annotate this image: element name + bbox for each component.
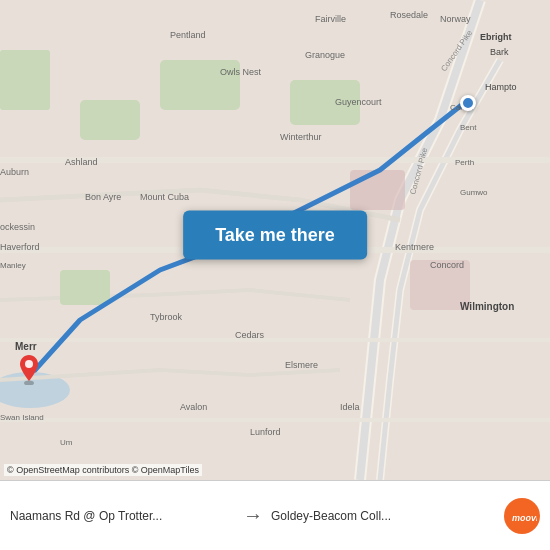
route-dest-text: Goldey-Beacom Coll... [271,509,496,523]
take-me-there-button[interactable]: Take me there [183,211,367,260]
app: Rosedale Norway Ebright Bark Hampto Fair… [0,0,550,550]
svg-text:Pentland: Pentland [170,30,206,40]
svg-text:Granogue: Granogue [305,50,345,60]
svg-text:Haverford: Haverford [0,242,40,252]
svg-text:Wilmington: Wilmington [460,301,514,312]
svg-text:Fairville: Fairville [315,14,346,24]
svg-text:Concord: Concord [430,260,464,270]
svg-text:Tybrook: Tybrook [150,312,183,322]
svg-text:Hampto: Hampto [485,82,517,92]
svg-text:Avalon: Avalon [180,402,207,412]
map-attribution: © OpenStreetMap contributors © OpenMapTi… [4,464,202,476]
svg-point-52 [25,360,33,368]
svg-text:Kentmere: Kentmere [395,242,434,252]
svg-text:Swan Island: Swan Island [0,413,44,422]
bottom-bar: Naamans Rd @ Op Trotter... → Goldey-Beac… [0,480,550,550]
svg-point-51 [24,381,34,386]
route-origin: Naamans Rd @ Op Trotter... [10,509,235,523]
svg-text:Bon Ayre: Bon Ayre [85,192,121,202]
svg-rect-9 [0,50,50,110]
svg-rect-11 [350,170,405,210]
svg-text:Owls Nest: Owls Nest [220,67,262,77]
svg-text:Idela: Idela [340,402,360,412]
svg-text:Auburn: Auburn [0,167,29,177]
svg-text:Norway: Norway [440,14,471,24]
moovit-logo-circle: moovit [504,498,540,534]
map-container: Rosedale Norway Ebright Bark Hampto Fair… [0,0,550,480]
svg-text:Lunford: Lunford [250,427,281,437]
origin-pin [460,95,476,111]
svg-text:Elsmere: Elsmere [285,360,318,370]
svg-text:ockessin: ockessin [0,222,35,232]
route-origin-text: Naamans Rd @ Op Trotter... [10,509,235,523]
svg-text:Perth: Perth [455,158,474,167]
arrow-icon: → [243,504,263,527]
svg-text:Um: Um [60,438,73,447]
svg-text:Bent: Bent [460,123,477,132]
svg-text:moovit: moovit [512,513,537,523]
svg-text:Cedars: Cedars [235,330,265,340]
svg-rect-6 [80,100,140,140]
svg-text:Gumwo: Gumwo [460,188,488,197]
svg-rect-10 [60,270,110,305]
svg-text:Ebright: Ebright [480,32,512,42]
svg-text:Ashland: Ashland [65,157,98,167]
svg-text:Mount Cuba: Mount Cuba [140,192,189,202]
dest-pin [18,355,40,389]
svg-text:Merr: Merr [15,341,37,352]
svg-text:Guyencourt: Guyencourt [335,97,382,107]
route-arrow: → [235,504,271,527]
svg-text:Rosedale: Rosedale [390,10,428,20]
svg-text:Bark: Bark [490,47,509,57]
route-destination: Goldey-Beacom Coll... [271,509,496,523]
svg-text:Manley: Manley [0,261,26,270]
svg-text:Winterthur: Winterthur [280,132,322,142]
moovit-logo: moovit [496,498,540,534]
